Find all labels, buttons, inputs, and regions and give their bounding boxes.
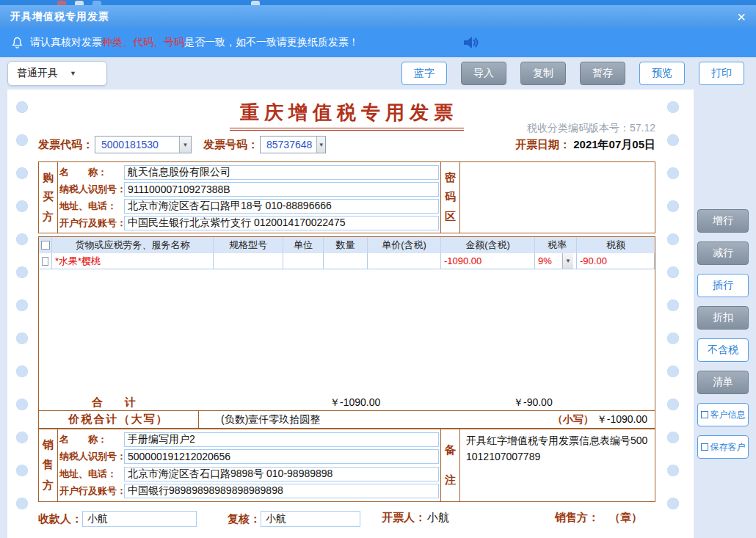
- reviewer-label: 复核：: [228, 512, 261, 526]
- titlebar: 开具增值税专用发票 ×: [0, 5, 756, 28]
- invoice-mode-label: 普通开具: [17, 67, 58, 80]
- payee-input[interactable]: 小航: [82, 511, 197, 527]
- remark-text: 开具红字增值税专用发票信息表编号5001012107007789: [460, 429, 655, 501]
- item-qty-cell[interactable]: [324, 253, 368, 269]
- buyer-taxid-input[interactable]: 91110000710927388B: [124, 182, 439, 197]
- buyer-bank-row: 开户行及账号： 中国民生银行北京紫竹支行 0120014170022475: [59, 215, 439, 231]
- seller-stamp-value: （章）: [609, 511, 642, 525]
- buyer-address-row: 地址、电话： 北京市海淀区杏石口路甲18号 010-88896666: [59, 198, 439, 214]
- summary-small-value: ￥-1090.00: [597, 413, 647, 425]
- decorative-dots-left: [16, 98, 28, 525]
- col-header-amount: 金额(含税): [441, 237, 535, 253]
- buyer-box: 购 买 方 名 称： 航天信息股份有限公司 纳税人识别号： 9111000071…: [38, 161, 655, 233]
- buyer-address-input[interactable]: 北京市海淀区杏石口路甲18号 010-88896666: [124, 199, 439, 214]
- seller-char: 方: [43, 479, 54, 492]
- drawer-value: 小航: [427, 511, 449, 525]
- customer-info-label: 客户信息: [710, 409, 746, 421]
- summary-small: （小写） ￥-1090.00: [553, 413, 655, 426]
- seller-char: 售: [43, 458, 54, 472]
- item-taxrate-select[interactable]: 9% ▼: [535, 253, 577, 269]
- item-name-cell[interactable]: *水果*樱桃: [52, 253, 214, 269]
- seller-side-label: 销 售 方: [39, 429, 58, 501]
- invoice-date-label: 开票日期：: [515, 139, 570, 150]
- tax-code-version: 税收分类编码版本号：57.12: [527, 122, 655, 135]
- item-tax-cell[interactable]: -90.00: [577, 253, 655, 269]
- buyer-char: 买: [43, 190, 54, 204]
- summary-row: 价税合计（大写） (负数)壹仟零玖拾圆整 （小写） ￥-1090.00: [38, 411, 655, 429]
- seller-name-row: 名 称： 手册编写用户2: [59, 432, 439, 448]
- col-header-name: 货物或应税劳务、服务名称: [52, 237, 214, 253]
- seller-taxid-input[interactable]: 500000191212020656: [124, 449, 439, 464]
- seller-fields: 名 称： 手册编写用户2 纳税人识别号： 500000191212020656 …: [58, 429, 441, 501]
- pwd-char: 码: [445, 190, 456, 204]
- close-icon[interactable]: ×: [737, 10, 746, 24]
- remove-row-button[interactable]: 减行: [697, 241, 749, 265]
- seller-bank-input[interactable]: 中国银行98989898989898989898: [124, 484, 439, 498]
- buyer-taxid-label: 纳税人识别号：: [59, 183, 124, 196]
- drawer-group: 开票人： 小航: [382, 511, 449, 525]
- items-header-row: 货物或应税劳务、服务名称 规格型号 单位 数量 单价(含税) 金额(含税) 税率…: [39, 237, 655, 253]
- seller-char: 销: [43, 438, 54, 452]
- buyer-side-label: 购 买 方: [39, 162, 58, 233]
- buyer-name-label: 名 称：: [59, 166, 124, 179]
- seller-address-input[interactable]: 北京市海淀区杏石口路9898号 010-98989898: [124, 467, 439, 481]
- select-all-checkbox[interactable]: [41, 241, 50, 250]
- item-unit-cell[interactable]: [283, 253, 324, 269]
- drawer-label: 开票人：: [382, 511, 426, 525]
- col-header-unit: 单位: [283, 237, 324, 253]
- toolbar-buttons: 蓝字 导入 复制 暂存 预览 打印: [401, 62, 744, 85]
- row-checkbox-cell: [39, 253, 52, 269]
- invoice-date: 开票日期： 2021年07月05日: [515, 138, 655, 152]
- toolbar: 普通开具 ▼ 蓝字 导入 复制 暂存 预览 打印: [0, 57, 756, 90]
- buyer-bank-input[interactable]: 中国民生银行北京紫竹支行 0120014170022475: [124, 216, 439, 230]
- invoice-code-select[interactable]: 5000181530 ▼: [95, 136, 192, 153]
- insert-row-button[interactable]: 插行: [697, 274, 749, 297]
- reviewer-group: 复核： 小航: [228, 511, 360, 527]
- row-checkbox[interactable]: [42, 257, 48, 266]
- tax-exclusive-button[interactable]: 不含税: [697, 338, 749, 362]
- reviewer-input[interactable]: 小航: [261, 511, 360, 527]
- item-spec-cell[interactable]: [214, 253, 283, 269]
- save-customer-button[interactable]: 保存客户: [697, 435, 749, 459]
- items-empty-area: [39, 269, 655, 394]
- buyer-name-row: 名 称： 航天信息股份有限公司: [59, 164, 439, 181]
- customer-info-button[interactable]: 客户信息: [697, 403, 749, 426]
- seller-stamp-label: 销售方：: [555, 511, 599, 525]
- seller-taxid-label: 纳税人识别号：: [59, 450, 124, 463]
- list-button[interactable]: 清单: [697, 371, 749, 394]
- seller-stamp-group: 销售方： （章）: [555, 511, 642, 525]
- seller-name-input[interactable]: 手册编写用户2: [124, 432, 439, 447]
- total-label: 合 计: [92, 396, 136, 410]
- notice-text-highlight: 种类、代码、号码: [102, 36, 184, 49]
- summary-amount-words: (负数)壹仟零玖拾圆整: [221, 413, 320, 426]
- import-button[interactable]: 导入: [461, 62, 506, 85]
- preview-button[interactable]: 预览: [639, 62, 685, 85]
- copy-button[interactable]: 复制: [520, 62, 566, 85]
- invoice-number-select[interactable]: 85737648 ▼: [260, 136, 326, 153]
- item-amount-cell[interactable]: -1090.00: [441, 253, 535, 269]
- pwd-char: 区: [445, 210, 456, 224]
- save-draft-button[interactable]: 暂存: [580, 62, 625, 85]
- top-edge-strip: [0, 0, 756, 5]
- buyer-taxid-row: 纳税人识别号： 91110000710927388B: [59, 181, 439, 197]
- seller-name-label: 名 称：: [59, 433, 124, 446]
- add-row-button[interactable]: 增行: [697, 209, 749, 233]
- buyer-char: 购: [43, 171, 54, 185]
- pwd-char: 密: [445, 171, 456, 185]
- invoice-number-label: 发票号码：: [203, 138, 258, 152]
- seller-taxid-row: 纳税人识别号： 500000191212020656: [59, 448, 439, 465]
- invoice-date-value: 2021年07月05日: [573, 138, 655, 150]
- buyer-name-input[interactable]: 航天信息股份有限公司: [124, 165, 439, 180]
- print-button[interactable]: 打印: [699, 62, 744, 85]
- blue-invoice-button[interactable]: 蓝字: [401, 62, 447, 85]
- buyer-bank-label: 开户行及账号：: [59, 217, 124, 230]
- item-price-cell[interactable]: [368, 253, 441, 269]
- total-tax: ￥-90.00: [513, 396, 553, 410]
- discount-button[interactable]: 折扣: [697, 306, 749, 330]
- invoice-title: 重庆增值税专用发票: [230, 100, 464, 131]
- password-area: [460, 162, 655, 233]
- invoice-mode-select[interactable]: 普通开具 ▼: [7, 61, 107, 86]
- checkbox-icon: [701, 411, 708, 418]
- password-area-label: 密 码 区: [441, 162, 460, 233]
- col-header-spec: 规格型号: [214, 237, 283, 253]
